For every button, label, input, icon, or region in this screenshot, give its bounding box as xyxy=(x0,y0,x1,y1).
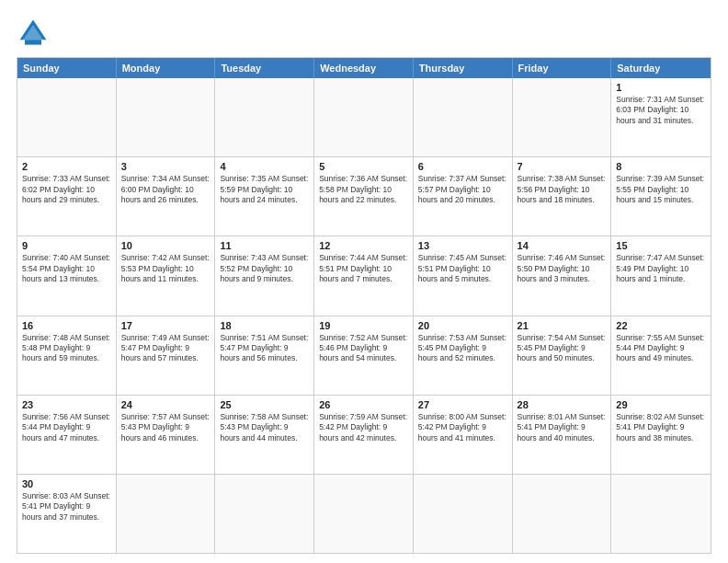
day-number: 18 xyxy=(220,320,309,331)
day-header-monday: Monday xyxy=(117,58,216,78)
day-info: Sunrise: 7:35 AM Sunset: 5:59 PM Dayligh… xyxy=(220,174,309,205)
day-info: Sunrise: 7:53 AM Sunset: 5:45 PM Dayligh… xyxy=(418,333,507,364)
logo-icon xyxy=(17,17,50,50)
day-cell-9: 9Sunrise: 7:40 AM Sunset: 5:54 PM Daylig… xyxy=(17,236,117,315)
day-info: Sunrise: 7:47 AM Sunset: 5:49 PM Dayligh… xyxy=(616,253,706,284)
header xyxy=(17,17,711,50)
empty-cell xyxy=(611,475,711,553)
empty-cell xyxy=(215,78,314,156)
day-cell-15: 15Sunrise: 7:47 AM Sunset: 5:49 PM Dayli… xyxy=(611,236,711,315)
day-info: Sunrise: 7:51 AM Sunset: 5:47 PM Dayligh… xyxy=(220,333,309,364)
day-number: 9 xyxy=(22,240,111,251)
day-cell-28: 28Sunrise: 8:01 AM Sunset: 5:41 PM Dayli… xyxy=(513,396,612,474)
day-number: 10 xyxy=(121,240,210,251)
day-number: 21 xyxy=(518,320,607,331)
day-cell-6: 6Sunrise: 7:37 AM Sunset: 5:57 PM Daylig… xyxy=(414,157,513,236)
day-number: 26 xyxy=(319,399,408,410)
day-number: 24 xyxy=(121,399,210,410)
day-number: 8 xyxy=(616,161,706,172)
day-header-wednesday: Wednesday xyxy=(314,58,414,78)
calendar-body: 1Sunrise: 7:31 AM Sunset: 6:03 PM Daylig… xyxy=(17,78,711,553)
day-cell-12: 12Sunrise: 7:44 AM Sunset: 5:51 PM Dayli… xyxy=(314,236,414,315)
day-info: Sunrise: 7:37 AM Sunset: 5:57 PM Dayligh… xyxy=(418,174,507,205)
day-info: Sunrise: 8:02 AM Sunset: 5:41 PM Dayligh… xyxy=(616,412,706,443)
day-cell-16: 16Sunrise: 7:48 AM Sunset: 5:48 PM Dayli… xyxy=(17,316,117,395)
day-number: 23 xyxy=(22,399,111,410)
day-number: 12 xyxy=(319,240,408,251)
day-info: Sunrise: 7:58 AM Sunset: 5:43 PM Dayligh… xyxy=(220,412,309,443)
day-number: 29 xyxy=(616,399,706,410)
day-info: Sunrise: 7:46 AM Sunset: 5:50 PM Dayligh… xyxy=(518,253,607,284)
day-info: Sunrise: 8:00 AM Sunset: 5:42 PM Dayligh… xyxy=(418,412,507,443)
day-number: 13 xyxy=(418,240,507,251)
day-cell-5: 5Sunrise: 7:36 AM Sunset: 5:58 PM Daylig… xyxy=(314,157,414,236)
day-number: 15 xyxy=(616,240,706,251)
week-row-3: 9Sunrise: 7:40 AM Sunset: 5:54 PM Daylig… xyxy=(17,236,711,316)
day-header-friday: Friday xyxy=(513,58,612,78)
day-cell-11: 11Sunrise: 7:43 AM Sunset: 5:52 PM Dayli… xyxy=(215,236,314,315)
logo xyxy=(17,17,53,50)
empty-cell xyxy=(314,475,414,553)
day-cell-7: 7Sunrise: 7:38 AM Sunset: 5:56 PM Daylig… xyxy=(513,157,612,236)
empty-cell xyxy=(513,78,612,156)
week-row-4: 16Sunrise: 7:48 AM Sunset: 5:48 PM Dayli… xyxy=(17,316,711,396)
day-info: Sunrise: 7:57 AM Sunset: 5:43 PM Dayligh… xyxy=(121,412,210,443)
day-info: Sunrise: 8:01 AM Sunset: 5:41 PM Dayligh… xyxy=(518,412,607,443)
day-number: 17 xyxy=(121,320,210,331)
day-number: 20 xyxy=(418,320,507,331)
day-info: Sunrise: 7:36 AM Sunset: 5:58 PM Dayligh… xyxy=(319,174,408,205)
day-info: Sunrise: 7:42 AM Sunset: 5:53 PM Dayligh… xyxy=(121,253,210,284)
day-info: Sunrise: 7:59 AM Sunset: 5:42 PM Dayligh… xyxy=(319,412,408,443)
day-cell-10: 10Sunrise: 7:42 AM Sunset: 5:53 PM Dayli… xyxy=(117,236,216,315)
day-info: Sunrise: 7:33 AM Sunset: 6:02 PM Dayligh… xyxy=(22,174,111,205)
day-cell-21: 21Sunrise: 7:54 AM Sunset: 5:45 PM Dayli… xyxy=(513,316,612,395)
page: SundayMondayTuesdayWednesdayThursdayFrid… xyxy=(0,0,728,563)
day-number: 11 xyxy=(220,240,309,251)
empty-cell xyxy=(314,78,414,156)
day-cell-23: 23Sunrise: 7:56 AM Sunset: 5:44 PM Dayli… xyxy=(17,396,117,474)
calendar: SundayMondayTuesdayWednesdayThursdayFrid… xyxy=(17,57,711,554)
day-info: Sunrise: 7:52 AM Sunset: 5:46 PM Dayligh… xyxy=(319,333,408,364)
day-cell-24: 24Sunrise: 7:57 AM Sunset: 5:43 PM Dayli… xyxy=(117,396,216,474)
day-info: Sunrise: 7:56 AM Sunset: 5:44 PM Dayligh… xyxy=(22,412,111,443)
day-info: Sunrise: 7:45 AM Sunset: 5:51 PM Dayligh… xyxy=(418,253,507,284)
day-info: Sunrise: 8:03 AM Sunset: 5:41 PM Dayligh… xyxy=(22,491,111,523)
day-cell-27: 27Sunrise: 8:00 AM Sunset: 5:42 PM Dayli… xyxy=(414,396,513,474)
day-info: Sunrise: 7:54 AM Sunset: 5:45 PM Dayligh… xyxy=(518,333,607,364)
day-cell-29: 29Sunrise: 8:02 AM Sunset: 5:41 PM Dayli… xyxy=(611,396,711,474)
day-number: 5 xyxy=(319,161,408,172)
day-cell-8: 8Sunrise: 7:39 AM Sunset: 5:55 PM Daylig… xyxy=(611,157,711,236)
day-number: 6 xyxy=(418,161,507,172)
day-number: 28 xyxy=(518,399,607,410)
day-number: 1 xyxy=(616,82,706,93)
empty-cell xyxy=(117,475,216,553)
day-cell-18: 18Sunrise: 7:51 AM Sunset: 5:47 PM Dayli… xyxy=(215,316,314,395)
empty-cell xyxy=(117,78,216,156)
day-cell-13: 13Sunrise: 7:45 AM Sunset: 5:51 PM Dayli… xyxy=(414,236,513,315)
day-number: 30 xyxy=(22,478,111,489)
week-row-1: 1Sunrise: 7:31 AM Sunset: 6:03 PM Daylig… xyxy=(17,78,711,157)
day-number: 14 xyxy=(518,240,607,251)
week-row-6: 30Sunrise: 8:03 AM Sunset: 5:41 PM Dayli… xyxy=(17,475,711,553)
empty-cell xyxy=(513,475,612,553)
week-row-2: 2Sunrise: 7:33 AM Sunset: 6:02 PM Daylig… xyxy=(17,157,711,236)
day-info: Sunrise: 7:48 AM Sunset: 5:48 PM Dayligh… xyxy=(22,333,111,364)
svg-rect-2 xyxy=(25,40,41,44)
day-header-sunday: Sunday xyxy=(17,58,117,78)
day-number: 25 xyxy=(220,399,309,410)
day-number: 19 xyxy=(319,320,408,331)
empty-cell xyxy=(414,475,513,553)
day-cell-2: 2Sunrise: 7:33 AM Sunset: 6:02 PM Daylig… xyxy=(17,157,117,236)
day-header-tuesday: Tuesday xyxy=(215,58,314,78)
empty-cell xyxy=(414,78,513,156)
day-info: Sunrise: 7:34 AM Sunset: 6:00 PM Dayligh… xyxy=(121,174,210,205)
day-cell-25: 25Sunrise: 7:58 AM Sunset: 5:43 PM Dayli… xyxy=(215,396,314,474)
day-info: Sunrise: 7:49 AM Sunset: 5:47 PM Dayligh… xyxy=(121,333,210,364)
day-info: Sunrise: 7:40 AM Sunset: 5:54 PM Dayligh… xyxy=(22,253,111,284)
day-number: 27 xyxy=(418,399,507,410)
day-cell-1: 1Sunrise: 7:31 AM Sunset: 6:03 PM Daylig… xyxy=(611,78,711,156)
day-info: Sunrise: 7:39 AM Sunset: 5:55 PM Dayligh… xyxy=(616,174,706,205)
day-info: Sunrise: 7:38 AM Sunset: 5:56 PM Dayligh… xyxy=(518,174,607,205)
day-cell-30: 30Sunrise: 8:03 AM Sunset: 5:41 PM Dayli… xyxy=(17,475,117,553)
day-cell-26: 26Sunrise: 7:59 AM Sunset: 5:42 PM Dayli… xyxy=(314,396,414,474)
